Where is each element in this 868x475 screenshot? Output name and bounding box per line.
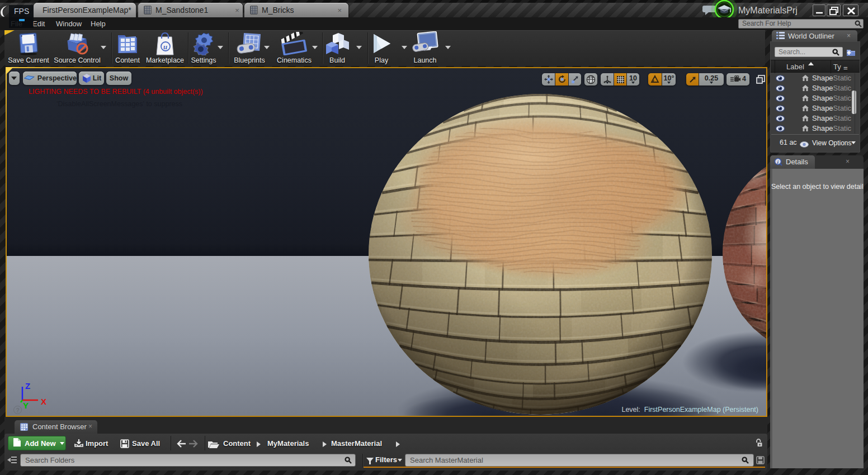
- svg-text:u: u: [163, 42, 167, 51]
- svg-text:Y: Y: [23, 401, 29, 409]
- svg-text:Z: Z: [25, 381, 30, 391]
- svg-text:X: X: [41, 397, 46, 406]
